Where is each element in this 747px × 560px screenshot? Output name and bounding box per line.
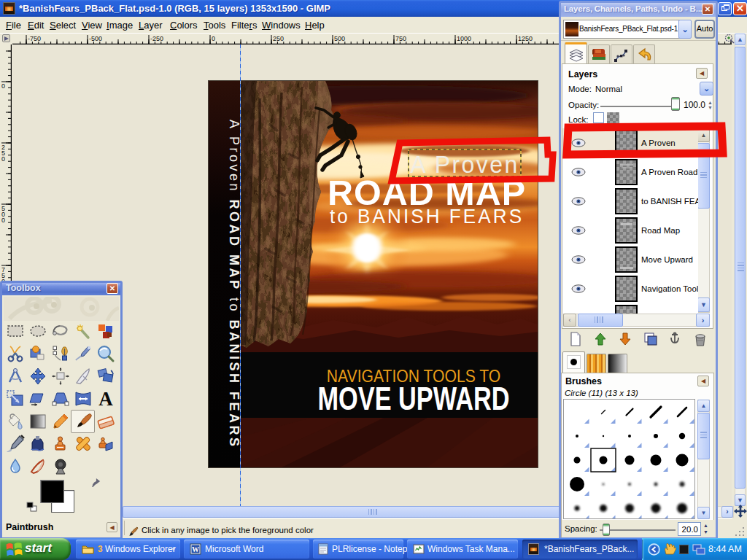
svg-text:W: W xyxy=(192,545,199,553)
